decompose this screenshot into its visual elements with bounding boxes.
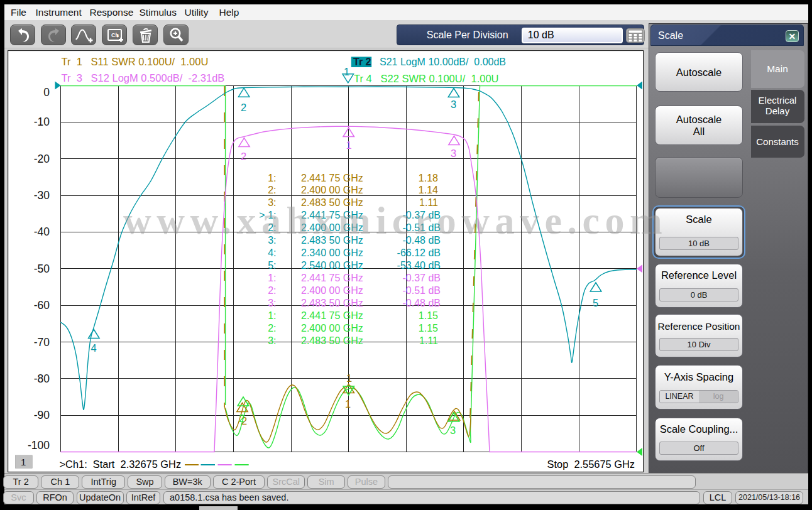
svg-text:-40: -40 [34,225,50,238]
svg-text:1:: 1: [268,310,276,321]
svg-text:4: 4 [91,342,97,354]
svg-text:3:: 3: [268,335,276,346]
svg-text:>Ch1: Start 2.32675 GHz: >Ch1: Start 2.32675 GHz [60,458,182,470]
svg-text:-70: -70 [34,336,50,349]
svg-text:1.11: 1.11 [419,335,438,346]
svg-text:2: 2 [241,102,246,113]
svg-text:2:: 2: [268,185,276,195]
svg-text:1.15: 1.15 [419,310,438,321]
svg-text:Tr 1 S11 SWR 0.100U/ 1.00U: Tr 1 S11 SWR 0.100U/ 1.00U [62,56,209,67]
svg-text:2.400 00 GHz: 2.400 00 GHz [301,323,363,334]
svg-text:3: 3 [451,99,456,110]
svg-text:2:: 2: [268,323,276,334]
svg-text:3: 3 [450,425,456,436]
svg-text:0: 0 [43,86,50,99]
svg-text:Stop 2.55675 GHz: Stop 2.55675 GHz [547,458,635,470]
svg-text:2.540 00 GHz: 2.540 00 GHz [301,260,363,271]
svg-text:2.340 00 GHz: 2.340 00 GHz [301,247,363,258]
svg-text:1: 1 [21,457,26,467]
svg-text:-60: -60 [34,299,50,312]
svg-text:1.15: 1.15 [419,323,438,334]
svg-text:1: 1 [345,398,351,410]
svg-text:2.483 50 GHz: 2.483 50 GHz [301,298,363,308]
svg-text:2.441 75 GHz: 2.441 75 GHz [301,173,363,183]
svg-text:-20: -20 [34,153,50,165]
svg-text:2: 2 [239,413,244,424]
svg-text:S21 LogM 10.00dB/ 0.00dB: S21 LogM 10.00dB/ 0.00dB [380,57,506,67]
svg-text:-90: -90 [34,409,50,421]
svg-text:-66.12 dB: -66.12 dB [397,247,441,258]
svg-text:1:: 1: [268,273,276,283]
svg-text:4:: 4: [268,247,276,258]
svg-text:2.400 00 GHz: 2.400 00 GHz [301,285,363,296]
svg-text:-30: -30 [34,189,50,202]
svg-text:3: 3 [451,148,456,159]
svg-text:5: 5 [593,297,598,308]
svg-text:1: 1 [346,372,352,384]
svg-text:-0.37 dB: -0.37 dB [403,273,441,283]
svg-text:-80: -80 [34,372,50,385]
svg-text:-53.40 dB: -53.40 dB [397,260,441,271]
svg-text:2.483 50 GHz: 2.483 50 GHz [301,335,363,346]
svg-text:2:: 2: [268,285,276,296]
svg-text:-0.48 dB: -0.48 dB [403,298,441,308]
svg-text:1: 1 [344,66,349,77]
svg-text:1.18: 1.18 [419,173,438,183]
svg-text:2: 2 [241,151,246,162]
svg-text:-10: -10 [34,116,50,128]
svg-text:2.441 75 GHz: 2.441 75 GHz [301,310,363,321]
svg-text:-0.51 dB: -0.51 dB [403,285,441,296]
svg-text:Tr 3 S12 LogM 0.500dB/ -2.: Tr 3 S12 LogM 0.500dB/ -2.31dB [62,72,225,84]
svg-text:-100: -100 [28,439,50,452]
svg-text:1: 1 [346,139,352,151]
svg-text:-50: -50 [34,263,50,275]
svg-text:2.441 75 GHz: 2.441 75 GHz [301,273,363,283]
svg-text:2.400 00 GHz: 2.400 00 GHz [301,185,363,195]
svg-text:3:: 3: [268,298,276,308]
svg-text:Tr 4 S22 SWR 0.100U/ 1.00U: Tr 4 S22 SWR 0.100U/ 1.00U [354,73,498,84]
svg-text:1:: 1: [268,173,276,183]
svg-text:5:: 5: [268,260,276,271]
svg-text:1.14: 1.14 [419,185,438,195]
svg-text:Tr 2: Tr 2 [353,57,371,67]
